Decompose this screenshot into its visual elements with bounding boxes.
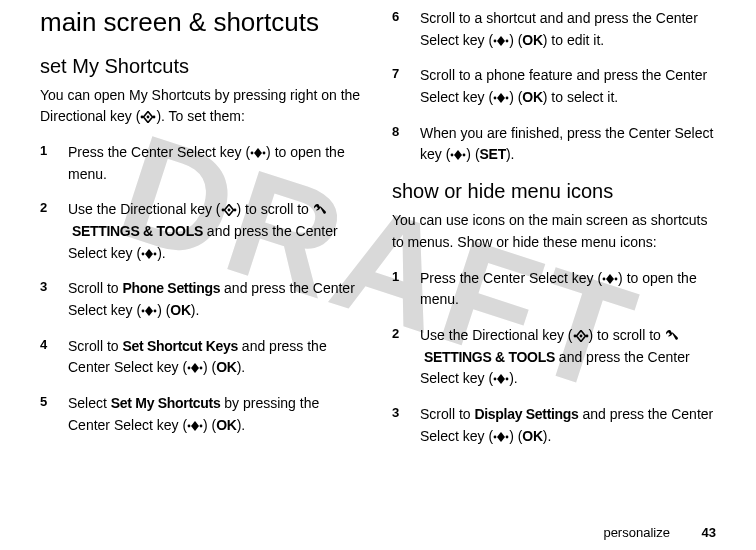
step-number: 8 — [392, 123, 420, 166]
text: ). — [237, 417, 246, 433]
text: ) to select it. — [543, 89, 618, 105]
step-number: 6 — [392, 8, 420, 51]
step-5: 5 Select Set My Shortcuts by pressing th… — [40, 393, 364, 436]
text: ) ( — [203, 359, 216, 375]
text: Use the Directional key ( — [420, 327, 573, 343]
center-select-key-icon — [141, 248, 157, 260]
center-select-key-icon — [602, 273, 618, 285]
step-number: 2 — [392, 325, 420, 390]
intro-right: You can use icons on the main screen as … — [392, 210, 716, 253]
center-select-key-icon — [250, 147, 266, 159]
section-name: personalize — [603, 525, 670, 540]
column-right: 6 Scroll to a shortcut and and press the… — [392, 8, 716, 461]
ok-label: OK — [170, 302, 190, 318]
center-select-key-icon — [493, 431, 509, 443]
ok-label: OK — [216, 359, 236, 375]
step-body: Scroll to Set Shortcut Keys and press th… — [68, 336, 364, 379]
text: Scroll to — [420, 406, 474, 422]
text: ). — [157, 245, 166, 261]
text: Scroll to — [68, 338, 122, 354]
page-number: 43 — [702, 525, 716, 540]
text: ). — [237, 359, 246, 375]
center-select-key-icon — [450, 149, 466, 161]
text: ) ( — [203, 417, 216, 433]
text: ). — [509, 370, 518, 386]
menu-label: Phone Settings — [122, 280, 220, 296]
center-select-key-icon — [493, 373, 509, 385]
text: ). — [191, 302, 200, 318]
heading-main: main screen & shortcuts — [40, 8, 364, 37]
text: Select — [68, 395, 111, 411]
step-body: Scroll to Display Settings and press the… — [420, 404, 716, 447]
step-body: Use the Directional key () to scroll to … — [68, 199, 364, 264]
text: ). — [506, 146, 515, 162]
step-number: 4 — [40, 336, 68, 379]
step-number: 3 — [40, 278, 68, 321]
text: ) ( — [509, 32, 522, 48]
directional-key-icon — [140, 111, 156, 123]
menu-label: SETTINGS & TOOLS — [424, 349, 555, 365]
step-number: 2 — [40, 199, 68, 264]
step-number: 1 — [40, 142, 68, 185]
text: Scroll to — [68, 280, 122, 296]
text: ). To set them: — [156, 108, 244, 124]
text: ) to edit it. — [543, 32, 604, 48]
menu-label: Display Settings — [474, 406, 578, 422]
directional-key-icon — [221, 204, 237, 216]
step-body: Scroll to a shortcut and and press the C… — [420, 8, 716, 51]
step-body: When you are finished, press the Center … — [420, 123, 716, 166]
step-6: 6 Scroll to a shortcut and and press the… — [392, 8, 716, 51]
text: ) to scroll to — [237, 201, 313, 217]
tool-icon — [665, 329, 679, 343]
step-1: 1 Press the Center Select key () to open… — [40, 142, 364, 185]
step-body: Select Set My Shortcuts by pressing the … — [68, 393, 364, 436]
two-column-layout: main screen & shortcuts set My Shortcuts… — [40, 8, 716, 461]
heading-show-hide-icons: show or hide menu icons — [392, 180, 716, 202]
step-body: Press the Center Select key () to open t… — [68, 142, 364, 185]
text: Press the Center Select key ( — [420, 270, 602, 286]
step-body: Use the Directional key () to scroll to … — [420, 325, 716, 390]
step-body: Scroll to Phone Settings and press the C… — [68, 278, 364, 321]
step-number: 7 — [392, 65, 420, 108]
center-select-key-icon — [187, 420, 203, 432]
ok-label: OK — [522, 89, 542, 105]
text: Press the Center Select key ( — [68, 144, 250, 160]
center-select-key-icon — [493, 92, 509, 104]
directional-key-icon — [573, 330, 589, 342]
center-select-key-icon — [187, 362, 203, 374]
ok-label: OK — [216, 417, 236, 433]
text: ) ( — [509, 428, 522, 444]
menu-label: SETTINGS & TOOLS — [72, 223, 203, 239]
step-r1: 1 Press the Center Select key () to open… — [392, 268, 716, 311]
center-select-key-icon — [493, 35, 509, 47]
text: Use the Directional key ( — [68, 201, 221, 217]
heading-set-shortcuts: set My Shortcuts — [40, 55, 364, 77]
step-number: 1 — [392, 268, 420, 311]
menu-label: Set Shortcut Keys — [122, 338, 238, 354]
step-number: 5 — [40, 393, 68, 436]
set-label: SET — [480, 146, 506, 162]
text: ) ( — [466, 146, 479, 162]
step-body: Press the Center Select key () to open t… — [420, 268, 716, 311]
center-select-key-icon — [141, 305, 157, 317]
text: ) to scroll to — [589, 327, 665, 343]
column-left: main screen & shortcuts set My Shortcuts… — [40, 8, 364, 461]
ok-label: OK — [522, 428, 542, 444]
ok-label: OK — [522, 32, 542, 48]
step-r2: 2 Use the Directional key () to scroll t… — [392, 325, 716, 390]
text: ). — [543, 428, 552, 444]
intro-left: You can open My Shortcuts by pressing ri… — [40, 85, 364, 128]
step-4: 4 Scroll to Set Shortcut Keys and press … — [40, 336, 364, 379]
step-number: 3 — [392, 404, 420, 447]
step-r3: 3 Scroll to Display Settings and press t… — [392, 404, 716, 447]
step-2: 2 Use the Directional key () to scroll t… — [40, 199, 364, 264]
step-8: 8 When you are finished, press the Cente… — [392, 123, 716, 166]
step-3: 3 Scroll to Phone Settings and press the… — [40, 278, 364, 321]
text: ) ( — [157, 302, 170, 318]
footer: personalize 43 — [603, 525, 716, 540]
menu-label: Set My Shortcuts — [111, 395, 221, 411]
step-body: Scroll to a phone feature and press the … — [420, 65, 716, 108]
text: ) ( — [509, 89, 522, 105]
tool-icon — [313, 203, 327, 217]
step-7: 7 Scroll to a phone feature and press th… — [392, 65, 716, 108]
